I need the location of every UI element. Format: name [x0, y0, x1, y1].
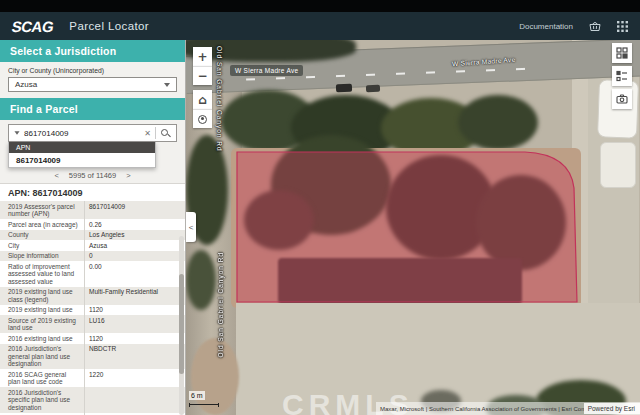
- app-header: SCAG Parcel Locator Documentation: [0, 12, 640, 40]
- app-title: Parcel Locator: [69, 20, 149, 32]
- attribute-value: 0.26: [84, 219, 185, 230]
- attribute-value: 8617014009: [84, 201, 185, 219]
- street-label-sierra-madre: W Sierra Madre Ave: [230, 65, 303, 76]
- screenshot-button[interactable]: [612, 89, 632, 109]
- table-row: County Los Angeles: [0, 230, 185, 241]
- basemap-gallery-button[interactable]: [612, 43, 632, 63]
- parcel-search-input[interactable]: [24, 129, 140, 138]
- find-parcel-body: ✕ APN 8617014009 <5995 of 11469>: [0, 120, 185, 183]
- clear-search-icon[interactable]: ✕: [144, 129, 151, 138]
- parcel-attributes-title: APN: 8617014009: [0, 183, 185, 201]
- scale-bar: 6 m 30 ft: [189, 384, 219, 415]
- legend-button[interactable]: [612, 66, 632, 86]
- scag-logo: SCAG: [11, 18, 55, 35]
- attribute-value: Los Angeles: [84, 230, 185, 241]
- street-label-canyon-rd-lower: Old San Gabriel Canyon Rd: [217, 252, 224, 358]
- attribution-text: Maxar, Microsoft | Southern California A…: [376, 406, 584, 412]
- documentation-link[interactable]: Documentation: [519, 22, 573, 31]
- search-icon[interactable]: [161, 129, 168, 136]
- attribute-label: Ratio of improvement assessed value to l…: [0, 261, 84, 287]
- attribute-label: 2016 existing land use: [0, 333, 84, 344]
- attribute-value: 1120: [84, 333, 185, 344]
- table-row: City Azusa: [0, 240, 185, 251]
- table-row: Slope information 0: [0, 251, 185, 262]
- attribute-label: Source of 2019 existing land use: [0, 315, 84, 333]
- attribute-label: 2019 Assessor's parcel number (APN): [0, 201, 84, 219]
- attribute-label: County: [0, 230, 84, 241]
- sidebar-scrollbar[interactable]: [179, 236, 184, 415]
- attribute-label: City: [0, 240, 84, 251]
- locate-icon: [198, 115, 207, 124]
- sidebar: Select a Jurisdiction City or County (Un…: [0, 40, 186, 415]
- camera-icon: [616, 93, 628, 105]
- next-result-button[interactable]: >: [126, 171, 130, 180]
- attribute-value: 1220: [84, 369, 185, 387]
- scale-line: [189, 403, 219, 407]
- jurisdiction-field-label: City or County (Unincorporated): [8, 67, 177, 74]
- home-button[interactable]: ⌂: [193, 90, 212, 109]
- scale-metric: 6 m: [189, 391, 205, 400]
- attribute-value: LU16: [84, 315, 185, 333]
- zoom-controls: + −: [193, 47, 212, 85]
- attribute-label: Slope information: [0, 251, 84, 262]
- search-type-dropdown-icon[interactable]: [14, 131, 19, 134]
- pagination-counter: 5995 of 11469: [69, 171, 116, 180]
- map-attribution: Maxar, Microsoft | Southern California A…: [376, 402, 640, 415]
- scrollbar-thumb[interactable]: [179, 274, 184, 374]
- attribute-label: 2016 SCAG general plan land use code: [0, 369, 84, 387]
- attribute-label: Parcel area (in acreage): [0, 219, 84, 230]
- basket-icon[interactable]: [588, 20, 602, 32]
- nav-controls: ⌂: [193, 90, 212, 128]
- sidebar-collapse-handle[interactable]: <: [186, 212, 196, 242]
- chevron-down-icon: [164, 83, 170, 87]
- suggestion-group-label: APN: [9, 142, 155, 153]
- locate-button[interactable]: [193, 109, 212, 128]
- search-divider: [155, 127, 156, 139]
- letterbox-strip: [0, 0, 640, 12]
- attribute-label: 2016 Jurisdiction's specific plan land u…: [0, 387, 84, 413]
- table-row: 2016 Jurisdiction's specific plan land u…: [0, 387, 185, 413]
- map-canvas[interactable]: Old San Gabriel Canyon Rd Old San Gabrie…: [186, 40, 640, 415]
- attribute-value: 0: [84, 251, 185, 262]
- parcel-search-box: ✕: [8, 124, 177, 142]
- jurisdiction-select[interactable]: Azusa: [8, 77, 177, 92]
- attribute-value: 0.00: [84, 261, 185, 287]
- attribute-label: 2019 existing land use: [0, 305, 84, 316]
- table-row: Source of 2019 existing land use LU16: [0, 315, 185, 333]
- attribute-value: Multi-Family Residential: [84, 287, 185, 305]
- powered-by-esri[interactable]: Powered by Esri: [584, 403, 640, 414]
- basemap-grid-icon: [616, 47, 628, 59]
- prev-result-button[interactable]: <: [54, 171, 58, 180]
- table-row: 2019 Assessor's parcel number (APN) 8617…: [0, 201, 185, 219]
- attribute-value: NBDCTR: [84, 344, 185, 370]
- suggestion-item[interactable]: 8617014009: [9, 153, 155, 167]
- jurisdiction-section-header: Select a Jurisdiction: [0, 40, 185, 62]
- table-row: 2016 SCAG general plan land use code 122…: [0, 369, 185, 387]
- find-parcel-section-header: Find a Parcel: [0, 98, 185, 120]
- table-row: Parcel area (in acreage) 0.26: [0, 219, 185, 230]
- zoom-out-button[interactable]: −: [193, 66, 212, 85]
- result-pagination: <5995 of 11469>: [8, 168, 177, 183]
- attribute-label: 2016 Jurisdiction's general plan land us…: [0, 344, 84, 370]
- legend-icon: [616, 70, 628, 82]
- app-window: SCAG Parcel Locator Documentation Select…: [0, 0, 640, 415]
- table-row: 2016 Jurisdiction's general plan land us…: [0, 344, 185, 370]
- attribute-value: Azusa: [84, 240, 185, 251]
- jurisdiction-selected-value: Azusa: [15, 80, 37, 89]
- attribute-value: [84, 387, 185, 413]
- chevron-left-icon: <: [189, 223, 194, 232]
- map-tool-buttons: [612, 43, 632, 109]
- attribute-value: 1120: [84, 305, 185, 316]
- attribute-label: 2019 existing land use class (legend): [0, 287, 84, 305]
- table-row: Ratio of improvement assessed value to l…: [0, 261, 185, 287]
- search-suggestion-panel: APN 8617014009: [8, 142, 156, 168]
- zoom-in-button[interactable]: +: [193, 47, 212, 66]
- table-row: 2016 existing land use 1120: [0, 333, 185, 344]
- jurisdiction-body: City or County (Unincorporated) Azusa: [0, 62, 185, 98]
- apps-grid-icon[interactable]: [617, 21, 628, 32]
- selected-parcel-polygon[interactable]: [186, 40, 639, 415]
- table-row: 2019 existing land use 1120: [0, 305, 185, 316]
- parcel-attributes-table: 2019 Assessor's parcel number (APN) 8617…: [0, 201, 185, 415]
- table-row: 2019 existing land use class (legend) Mu…: [0, 287, 185, 305]
- street-label-canyon-rd-upper: Old San Gabriel Canyon Rd: [216, 46, 223, 152]
